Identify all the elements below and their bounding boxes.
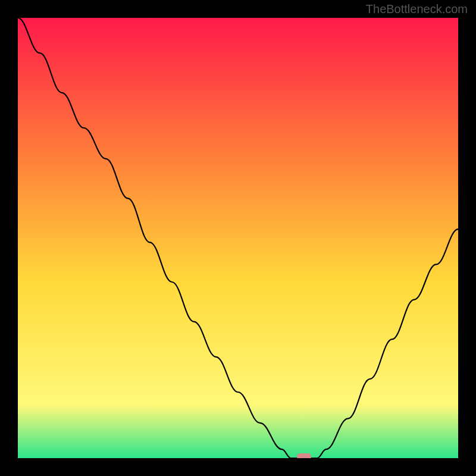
plot-area — [18, 18, 458, 458]
optimal-marker — [297, 453, 311, 458]
watermark-text: TheBottleneck.com — [366, 2, 468, 16]
chart-svg — [18, 18, 458, 458]
chart-container: TheBottleneck.com — [0, 0, 476, 476]
